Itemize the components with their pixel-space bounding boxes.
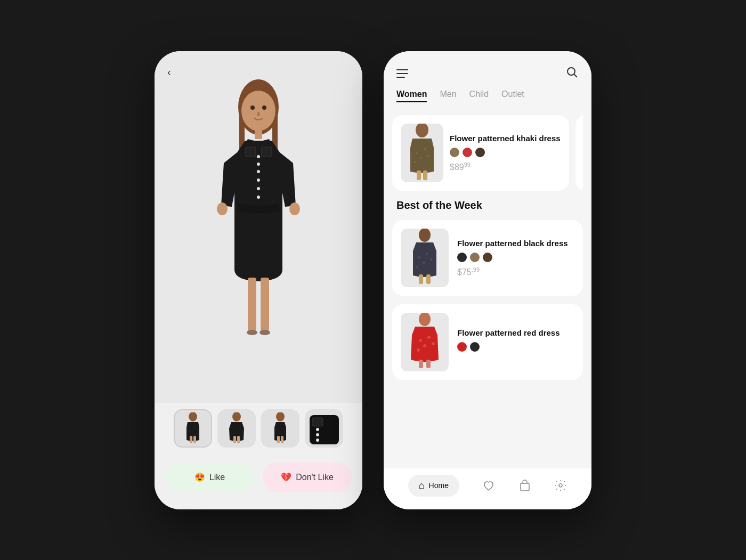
svg-point-43 (414, 161, 416, 163)
svg-rect-27 (237, 436, 240, 443)
svg-point-10 (257, 170, 260, 173)
color-dot-3 (475, 148, 485, 157)
search-icon (566, 66, 579, 79)
right-header (384, 51, 591, 85)
color-dots-1 (450, 148, 561, 157)
back-button[interactable]: ‹ (167, 66, 171, 78)
best-color-dot-4 (457, 342, 467, 352)
svg-point-52 (419, 229, 431, 242)
svg-rect-32 (312, 418, 323, 426)
best-color-dots-1 (457, 253, 574, 262)
best-product-image-2 (401, 313, 449, 371)
tab-outlet[interactable]: Outlet (501, 90, 524, 102)
best-product-1[interactable]: Flower patterned black dress $75,99 (392, 220, 583, 296)
svg-rect-68 (521, 483, 529, 491)
like-button[interactable]: 😍 Like (165, 462, 254, 492)
svg-rect-18 (248, 278, 256, 331)
svg-rect-26 (233, 436, 236, 443)
tab-men[interactable]: Men (440, 90, 456, 102)
color-dot-2 (463, 148, 472, 157)
svg-line-37 (574, 74, 578, 77)
gear-icon (554, 479, 567, 492)
svg-rect-66 (419, 360, 423, 368)
tab-women[interactable]: Women (396, 90, 427, 102)
svg-point-39 (416, 152, 418, 154)
best-color-dot-2 (470, 253, 480, 262)
tab-child[interactable]: Child (469, 90, 489, 102)
svg-rect-45 (423, 171, 427, 180)
svg-rect-15 (261, 147, 272, 157)
best-product-name-2: Flower patterned red dress (457, 328, 574, 338)
svg-point-62 (427, 336, 431, 339)
svg-point-42 (427, 155, 429, 157)
thumbnail-3[interactable] (261, 409, 299, 448)
svg-point-6 (257, 112, 260, 116)
svg-point-38 (416, 124, 428, 137)
best-product-info-1: Flower patterned black dress $75,99 (457, 238, 574, 278)
svg-point-36 (567, 68, 575, 75)
left-phone: ‹ (155, 51, 362, 509)
wishlist-nav-button[interactable] (482, 479, 495, 492)
category-nav: Women Men Child Outlet (384, 85, 591, 111)
bag-nav-button[interactable] (518, 479, 531, 492)
svg-rect-30 (281, 436, 283, 443)
best-product-name-1: Flower patterned black dress (457, 238, 574, 249)
thumbnail-4[interactable] (305, 409, 343, 448)
svg-point-34 (316, 433, 319, 436)
svg-rect-23 (190, 436, 192, 443)
dislike-emoji: 💔 (281, 472, 291, 482)
svg-point-64 (432, 342, 435, 345)
svg-point-55 (423, 261, 425, 264)
svg-point-28 (276, 412, 285, 421)
section-best-title: Best of the Week (392, 199, 583, 212)
svg-point-60 (419, 313, 431, 326)
svg-rect-24 (193, 436, 196, 443)
like-label: Like (209, 473, 225, 482)
svg-point-11 (257, 178, 260, 182)
color-dot-1 (450, 148, 459, 157)
product-detail-image: ‹ (155, 51, 362, 403)
thumbnail-2[interactable] (217, 409, 256, 448)
product-image-1 (401, 124, 443, 182)
thumbnail-strip (155, 403, 362, 454)
product-card-1[interactable]: Flower patterned khaki dress $8999 (392, 115, 569, 191)
svg-point-20 (247, 330, 257, 335)
svg-point-56 (430, 258, 433, 261)
svg-point-69 (559, 484, 562, 487)
svg-point-13 (257, 196, 260, 199)
thumbnail-1[interactable] (174, 409, 212, 448)
svg-rect-7 (255, 128, 262, 139)
svg-point-8 (257, 155, 260, 158)
product-price-1: $8999 (450, 161, 561, 172)
bottom-nav: ⌂ Home (384, 468, 591, 509)
best-product-2[interactable]: Flower patterned red dress (392, 304, 583, 380)
svg-rect-14 (245, 147, 256, 157)
best-product-price-1: $75,99 (457, 266, 574, 277)
right-phone: Women Men Child Outlet (384, 51, 591, 509)
svg-point-4 (250, 105, 255, 110)
svg-point-65 (417, 348, 420, 352)
search-button[interactable] (566, 66, 579, 81)
bag-icon (518, 479, 531, 492)
svg-point-9 (257, 163, 260, 166)
best-product-image-1 (401, 229, 449, 287)
best-color-dot-5 (470, 342, 480, 352)
svg-point-22 (189, 412, 197, 421)
heart-icon (482, 479, 495, 492)
svg-point-41 (420, 157, 422, 159)
dislike-button[interactable]: 💔 Don't Like (263, 462, 352, 492)
home-label: Home (429, 481, 449, 490)
svg-rect-58 (419, 274, 423, 284)
settings-nav-button[interactable] (554, 479, 567, 492)
svg-rect-19 (261, 278, 269, 331)
home-icon: ⌂ (419, 480, 425, 491)
home-nav-button[interactable]: ⌂ Home (408, 475, 459, 497)
svg-point-54 (426, 252, 428, 255)
svg-point-40 (424, 148, 426, 150)
svg-point-16 (217, 202, 228, 215)
menu-button[interactable] (396, 69, 408, 78)
svg-rect-44 (417, 171, 421, 180)
product-card-2-partial[interactable] (575, 115, 583, 191)
best-color-dot-3 (483, 253, 492, 262)
svg-rect-67 (426, 360, 431, 368)
